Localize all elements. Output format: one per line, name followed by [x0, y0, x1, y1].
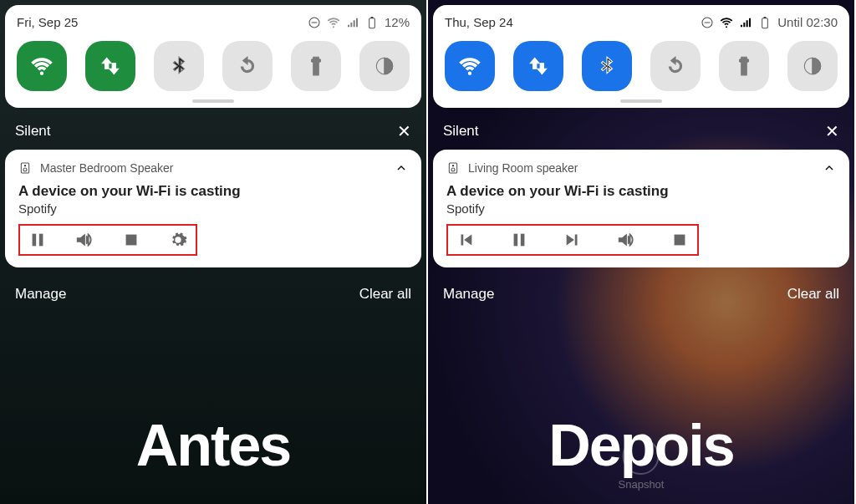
notif-footer: Manage Clear all [428, 267, 854, 321]
next-button[interactable] [563, 231, 582, 249]
notif-footer: Manage Clear all [0, 267, 426, 321]
notif-header: Master Bedroom Speaker [18, 161, 408, 175]
quick-settings-panel: Thu, Sep 24 Until 02:30 [433, 5, 849, 108]
manage-button[interactable]: Manage [443, 286, 494, 303]
toggle-rotate[interactable] [222, 41, 273, 91]
section-label: Silent [15, 123, 51, 140]
status-icons: 12% [308, 15, 410, 29]
pause-button[interactable] [28, 231, 47, 249]
status-bar: Thu, Sep 24 Until 02:30 [445, 15, 838, 29]
status-icons: Until 02:30 [701, 15, 838, 29]
toggle-wifi[interactable] [445, 41, 495, 91]
notif-title: A device on your Wi-Fi is casting [18, 183, 408, 200]
toggle-darkmode[interactable] [787, 41, 838, 91]
date-label: Fri, Sep 25 [17, 15, 78, 29]
clearall-button[interactable]: Clear all [787, 286, 839, 303]
speaker-name: Living Room speaker [468, 161, 578, 175]
manage-button[interactable]: Manage [15, 286, 66, 303]
quick-toggles [445, 41, 838, 91]
date-label: Thu, Sep 24 [445, 15, 513, 29]
notif-app: Spotify [446, 201, 836, 216]
notif-title: A device on your Wi-Fi is casting [446, 183, 836, 200]
notif-source: Living Room speaker [446, 161, 578, 175]
status-bar: Fri, Sep 25 12% [17, 15, 410, 29]
toggle-data[interactable] [85, 41, 135, 91]
pane-after: Thu, Sep 24 Until 02:30 Silent ✕ [428, 0, 856, 504]
hero-label: Antes [136, 412, 290, 479]
close-icon[interactable]: ✕ [397, 121, 411, 141]
toggle-wifi[interactable] [17, 41, 67, 91]
speaker-icon [18, 161, 32, 175]
toggle-flashlight[interactable] [291, 41, 341, 91]
media-controls [446, 224, 699, 256]
section-label: Silent [443, 123, 479, 140]
cast-notification[interactable]: Living Room speaker A device on your Wi-… [433, 150, 849, 267]
chevron-up-icon[interactable] [823, 161, 836, 175]
dnd-icon [701, 16, 714, 29]
signal-icon [739, 16, 752, 29]
toggle-bluetooth[interactable] [154, 41, 204, 91]
toggle-flashlight[interactable] [719, 41, 769, 91]
notif-header: Living Room speaker [446, 161, 836, 175]
drag-handle[interactable] [620, 99, 662, 103]
signal-icon [346, 16, 359, 29]
toggle-darkmode[interactable] [359, 41, 410, 91]
stop-button[interactable] [670, 231, 689, 249]
battery-label: Until 02:30 [777, 15, 838, 29]
battery-icon [365, 16, 379, 29]
volume-button[interactable] [617, 231, 635, 249]
battery-icon [758, 16, 772, 29]
toggle-data[interactable] [513, 41, 563, 91]
notif-source: Master Bedroom Speaker [18, 161, 174, 175]
toggle-bluetooth[interactable] [582, 41, 632, 91]
clearall-button[interactable]: Clear all [359, 286, 411, 303]
toggle-rotate[interactable] [650, 41, 701, 91]
quick-settings-panel: Fri, Sep 25 12% [5, 5, 421, 108]
section-header: Silent ✕ [0, 108, 426, 150]
quick-toggles [17, 41, 410, 91]
hero-label: Depois [548, 412, 733, 479]
settings-button[interactable] [169, 231, 187, 249]
pane-before: Fri, Sep 25 12% Silent ✕ Mast [0, 0, 428, 504]
media-controls [18, 224, 197, 256]
notif-app: Spotify [18, 201, 408, 216]
wifi-status-icon [720, 16, 733, 29]
battery-label: 12% [385, 15, 410, 29]
pause-button[interactable] [510, 231, 528, 249]
close-icon[interactable]: ✕ [825, 121, 839, 141]
stop-button[interactable] [122, 231, 140, 249]
chevron-up-icon[interactable] [395, 161, 408, 175]
wifi-status-icon [327, 16, 340, 29]
speaker-name: Master Bedroom Speaker [40, 161, 174, 175]
volume-button[interactable] [75, 231, 94, 249]
prev-button[interactable] [456, 231, 475, 249]
cast-notification[interactable]: Master Bedroom Speaker A device on your … [5, 150, 421, 267]
speaker-icon [446, 161, 460, 175]
section-header: Silent ✕ [428, 108, 854, 150]
snapshot-label: Snapshot [619, 478, 665, 491]
dnd-icon [308, 16, 321, 29]
drag-handle[interactable] [192, 99, 234, 103]
